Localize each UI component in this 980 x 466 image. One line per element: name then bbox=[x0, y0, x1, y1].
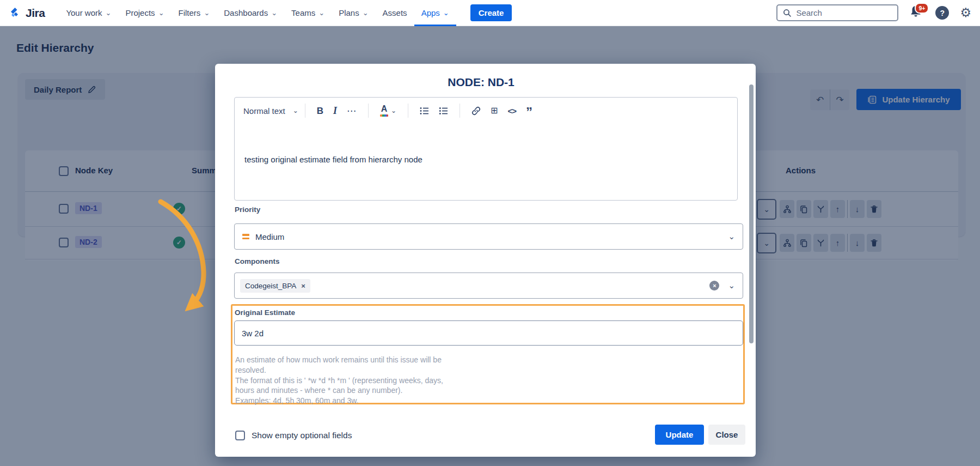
chevron-down-icon: ⌄ bbox=[318, 10, 324, 16]
original-estimate-help: An estimate of how much work remains unt… bbox=[235, 355, 443, 406]
notifications-button[interactable]: 9+ bbox=[909, 5, 924, 21]
numbered-list-button[interactable] bbox=[434, 105, 453, 117]
jira-logo-icon bbox=[9, 7, 22, 20]
more-formatting-button[interactable]: ⋯ bbox=[342, 104, 362, 118]
show-empty-fields-control: Show empty optional fields bbox=[235, 431, 352, 440]
original-estimate-input[interactable] bbox=[234, 320, 743, 346]
numbered-list-icon bbox=[439, 107, 448, 115]
priority-label: Priority bbox=[235, 205, 260, 214]
show-empty-fields-label: Show empty optional fields bbox=[252, 431, 352, 440]
link-icon bbox=[471, 106, 481, 116]
jira-logo[interactable]: Jira bbox=[9, 7, 45, 20]
top-nav: Jira Your work ⌄ Projects ⌄ Filters ⌄ Da… bbox=[0, 0, 980, 26]
chevron-down-icon: ⌄ bbox=[391, 107, 396, 114]
notification-badge: 9+ bbox=[915, 3, 929, 14]
bullet-list-icon bbox=[420, 107, 429, 115]
modal-title: NODE: ND-1 bbox=[215, 76, 747, 89]
update-button[interactable]: Update bbox=[655, 425, 704, 445]
chevron-down-icon: ⌄ bbox=[158, 10, 164, 16]
nav-item-filters[interactable]: Filters ⌄ bbox=[171, 0, 217, 26]
chevron-down-icon: ⌄ bbox=[728, 281, 735, 291]
nav-item-teams[interactable]: Teams ⌄ bbox=[284, 0, 332, 26]
components-select[interactable]: Codegeist_BPA × × ⌄ bbox=[234, 273, 743, 299]
nav-item-assets[interactable]: Assets bbox=[376, 0, 414, 26]
chevron-down-icon: ⌄ bbox=[728, 232, 735, 241]
priority-select[interactable]: Medium ⌄ bbox=[234, 223, 743, 250]
remove-chip-icon[interactable]: × bbox=[301, 282, 305, 290]
chevron-down-icon: ⌄ bbox=[106, 10, 112, 16]
code-button[interactable]: <> bbox=[503, 105, 522, 117]
component-chip: Codegeist_BPA × bbox=[240, 279, 310, 293]
chevron-down-icon: ⌄ bbox=[271, 10, 277, 16]
settings-button[interactable]: ⚙ bbox=[960, 7, 971, 19]
chevron-down-icon: ⌄ bbox=[204, 10, 210, 16]
priority-value: Medium bbox=[255, 232, 284, 241]
node-edit-modal: NODE: ND-1 Normal text ⌄ B I ⋯ A ⌄ bbox=[215, 64, 756, 457]
nav-item-plans[interactable]: Plans ⌄ bbox=[332, 0, 375, 26]
show-empty-fields-checkbox[interactable] bbox=[235, 431, 245, 440]
jira-logo-text: Jira bbox=[26, 7, 45, 20]
editor-toolbar: Normal text ⌄ B I ⋯ A ⌄ bbox=[235, 98, 737, 124]
clear-all-icon[interactable]: × bbox=[709, 281, 719, 291]
divider bbox=[368, 104, 369, 118]
divider bbox=[408, 104, 408, 118]
divider bbox=[460, 104, 460, 118]
text-color-button[interactable]: A ⌄ bbox=[375, 102, 401, 119]
modal-scrollbar[interactable] bbox=[749, 84, 754, 343]
nav-item-apps[interactable]: Apps ⌄ bbox=[414, 0, 456, 26]
help-button[interactable]: ? bbox=[935, 6, 949, 20]
question-icon: ? bbox=[940, 9, 945, 17]
jira-screen: Jira Your work ⌄ Projects ⌄ Filters ⌄ Da… bbox=[0, 0, 980, 466]
search-box[interactable] bbox=[776, 4, 898, 21]
chevron-down-icon: ⌄ bbox=[363, 10, 369, 16]
divider bbox=[305, 104, 305, 118]
description-text[interactable]: testing original estimate field from hie… bbox=[244, 155, 422, 164]
nav-item-dashboards[interactable]: Dashboards ⌄ bbox=[217, 0, 284, 26]
create-button[interactable]: Create bbox=[470, 4, 512, 21]
nav-item-your-work[interactable]: Your work ⌄ bbox=[59, 0, 118, 26]
priority-medium-icon bbox=[242, 234, 249, 239]
table-button[interactable]: ⊞ bbox=[486, 104, 503, 117]
gear-icon: ⚙ bbox=[960, 5, 971, 20]
italic-button[interactable]: I bbox=[328, 104, 342, 118]
search-icon bbox=[783, 9, 792, 17]
close-button[interactable]: Close bbox=[708, 425, 745, 445]
nav-right-cluster: 9+ ? ⚙ bbox=[776, 4, 971, 21]
bold-button[interactable]: B bbox=[312, 104, 328, 118]
text-style-select[interactable]: Normal text ⌄ bbox=[243, 106, 298, 116]
chevron-down-icon: ⌄ bbox=[293, 107, 298, 114]
quote-button[interactable]: ” bbox=[521, 104, 537, 117]
original-estimate-label: Original Estimate bbox=[235, 308, 295, 317]
text-color-icon: A bbox=[380, 105, 388, 117]
components-label: Components bbox=[235, 257, 280, 265]
chevron-down-icon: ⌄ bbox=[443, 10, 449, 16]
nav-item-projects[interactable]: Projects ⌄ bbox=[118, 0, 171, 26]
bullet-list-button[interactable] bbox=[415, 105, 434, 117]
link-button[interactable] bbox=[467, 104, 486, 118]
description-editor[interactable]: Normal text ⌄ B I ⋯ A ⌄ bbox=[234, 97, 738, 201]
search-input[interactable] bbox=[796, 8, 883, 17]
